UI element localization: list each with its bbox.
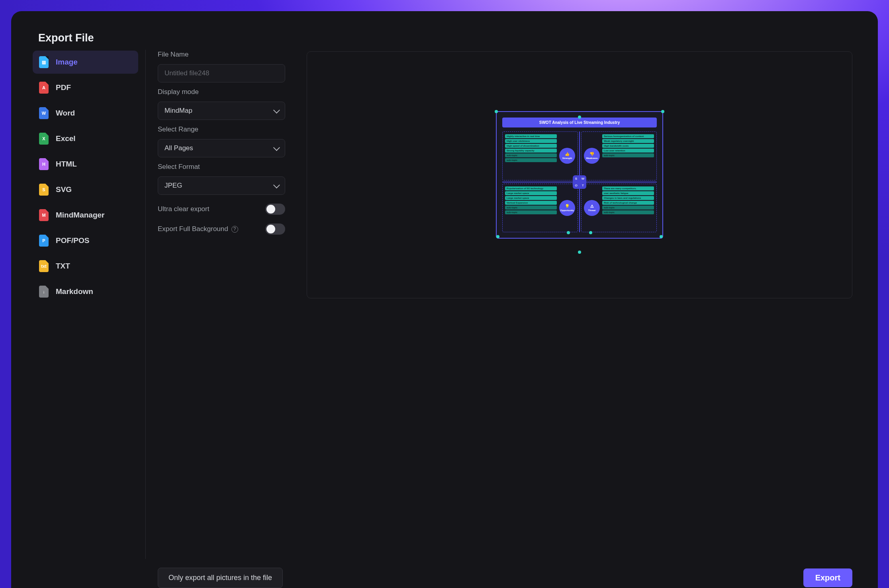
preview-bullet: Weak regulatory oversight bbox=[602, 139, 654, 143]
dialog-footer: Only export all pictures in the file Exp… bbox=[146, 559, 856, 588]
preview-pane: SWOT Analysis of Live Streaming Industry… bbox=[297, 50, 856, 559]
preview-bullet: sub-topic bbox=[505, 206, 557, 210]
export-pictures-only-button[interactable]: Only export all pictures in the file bbox=[158, 568, 283, 588]
preview-quadrant-strength: Highly interactive in real timeHigh user… bbox=[502, 131, 578, 180]
preview-bullet: There are many competitors. bbox=[602, 186, 654, 190]
preview-bullet: Changes in laws and regulations bbox=[602, 196, 654, 200]
html-file-icon: H bbox=[39, 158, 49, 170]
export-options: File Name Display mode MindMap Select Ra… bbox=[146, 50, 297, 559]
select-range-select[interactable]: All Pages bbox=[158, 139, 285, 157]
chevron-down-icon bbox=[273, 182, 280, 188]
sidebar-item-txt[interactable]: txtTXT bbox=[33, 255, 138, 278]
preview-bullet: Popularization of 5G technology bbox=[505, 186, 557, 190]
ultra-clear-toggle[interactable] bbox=[265, 204, 285, 215]
preview-title: SWOT Analysis of Live Streaming Industry bbox=[502, 118, 657, 127]
sidebar-item-label: HTML bbox=[56, 160, 77, 169]
preview-canvas: SWOT Analysis of Live Streaming Industry… bbox=[496, 111, 663, 239]
pdf-file-icon: A bbox=[39, 82, 49, 94]
export-dialog: Export File ▨ImageAPDFWWordXExcelHHTMLSS… bbox=[11, 11, 878, 588]
select-format-label: Select Format bbox=[158, 163, 285, 171]
export-button[interactable]: Export bbox=[803, 568, 852, 587]
preview-bullet: Large market space bbox=[505, 196, 557, 200]
sidebar-item-html[interactable]: HHTML bbox=[33, 153, 138, 176]
preview-quadrant-opportunity: Popularization of 5G technologyLarge mar… bbox=[502, 184, 578, 233]
quadrant-badge-weakness: 👎Weakness bbox=[584, 148, 600, 164]
preview-bullet: High speed of dissemination bbox=[505, 144, 557, 148]
quadrant-badge-strength: 👍Strength bbox=[559, 148, 575, 164]
display-mode-value: MindMap bbox=[164, 107, 192, 115]
sidebar-item-pofpos[interactable]: PPOF/POS bbox=[33, 229, 138, 252]
preview-bullet: High bandwidth costs bbox=[602, 144, 654, 148]
preview-bullet: sub-topic bbox=[505, 158, 557, 162]
preview-bullet: Serious homogenization of content bbox=[602, 134, 654, 138]
swot-center-icon: SW OT bbox=[573, 175, 586, 189]
preview-bullet: sub-topic bbox=[505, 153, 557, 157]
select-range-label: Select Range bbox=[158, 125, 285, 133]
help-icon[interactable]: ? bbox=[231, 226, 238, 233]
preview-bullet: Vertical Expansion bbox=[505, 201, 557, 205]
sidebar-item-label: Excel bbox=[56, 134, 76, 143]
sidebar-item-markdown[interactable]: ↓Markdown bbox=[33, 280, 138, 303]
filename-input[interactable] bbox=[158, 64, 285, 82]
select-format-select[interactable]: JPEG bbox=[158, 176, 285, 195]
sidebar-item-excel[interactable]: XExcel bbox=[33, 127, 138, 150]
sidebar-item-svg[interactable]: SSVG bbox=[33, 178, 138, 201]
ultra-clear-label: Ultra clear export bbox=[158, 205, 209, 213]
select-format-value: JPEG bbox=[164, 182, 182, 190]
quadrant-badge-opportunity: 💡Opportunity bbox=[559, 200, 575, 216]
sidebar-item-label: POF/POS bbox=[56, 236, 89, 245]
export-bg-toggle[interactable] bbox=[265, 223, 285, 235]
format-sidebar: ▨ImageAPDFWWordXExcelHHTMLSSVGMMindManag… bbox=[33, 50, 146, 559]
sidebar-item-word[interactable]: WWord bbox=[33, 102, 138, 125]
preview-bullet: user aesthetic fatigue bbox=[602, 191, 654, 195]
preview-bullet: Highly interactive in real time bbox=[505, 134, 557, 138]
preview-bullet: sub-topic bbox=[602, 210, 654, 214]
preview-frame: SWOT Analysis of Live Streaming Industry… bbox=[307, 51, 852, 298]
sidebar-item-image[interactable]: ▨Image bbox=[33, 51, 138, 74]
chevron-down-icon bbox=[273, 144, 280, 151]
word-file-icon: W bbox=[39, 107, 49, 119]
sidebar-item-label: MindManager bbox=[56, 211, 104, 220]
sidebar-item-label: Image bbox=[56, 58, 78, 67]
preview-bullet: High user stickiness bbox=[505, 139, 557, 143]
sidebar-item-pdf[interactable]: APDF bbox=[33, 76, 138, 99]
preview-bullet: Risk of technological change bbox=[602, 201, 654, 205]
svg-file-icon: S bbox=[39, 184, 49, 196]
preview-quadrant-weakness: Serious homogenization of contentWeak re… bbox=[581, 131, 657, 180]
preview-bullet: Large market space bbox=[505, 191, 557, 195]
sidebar-item-label: Word bbox=[56, 109, 75, 118]
preview-bullet: sub-topic bbox=[602, 206, 654, 210]
select-range-value: All Pages bbox=[164, 144, 193, 152]
preview-bullet: Low user retention bbox=[602, 149, 654, 153]
sidebar-item-label: TXT bbox=[56, 262, 70, 270]
quadrant-badge-threat: ⚠Threat bbox=[584, 200, 600, 216]
mindmanager-file-icon: M bbox=[39, 209, 49, 221]
sidebar-item-label: Markdown bbox=[56, 287, 93, 296]
display-mode-select[interactable]: MindMap bbox=[158, 102, 285, 120]
preview-bullet: Strong liquidity capacity bbox=[505, 149, 557, 153]
sidebar-item-label: SVG bbox=[56, 185, 72, 194]
markdown-file-icon: ↓ bbox=[39, 286, 49, 298]
image-file-icon: ▨ bbox=[39, 56, 49, 68]
sidebar-item-mindmanager[interactable]: MMindManager bbox=[33, 204, 138, 227]
excel-file-icon: X bbox=[39, 133, 49, 145]
preview-bullet: sub-topic bbox=[602, 153, 654, 157]
chevron-down-icon bbox=[273, 107, 280, 114]
dialog-title: Export File bbox=[38, 32, 856, 44]
export-bg-label: Export Full Background bbox=[158, 225, 228, 233]
filename-label: File Name bbox=[158, 51, 285, 59]
sidebar-item-label: PDF bbox=[56, 83, 71, 92]
txt-file-icon: txt bbox=[39, 260, 49, 272]
preview-bullet: sub-topic bbox=[505, 210, 557, 214]
display-mode-label: Display mode bbox=[158, 88, 285, 96]
preview-quadrant-threat: There are many competitors.user aestheti… bbox=[581, 184, 657, 233]
pofpos-file-icon: P bbox=[39, 235, 49, 247]
